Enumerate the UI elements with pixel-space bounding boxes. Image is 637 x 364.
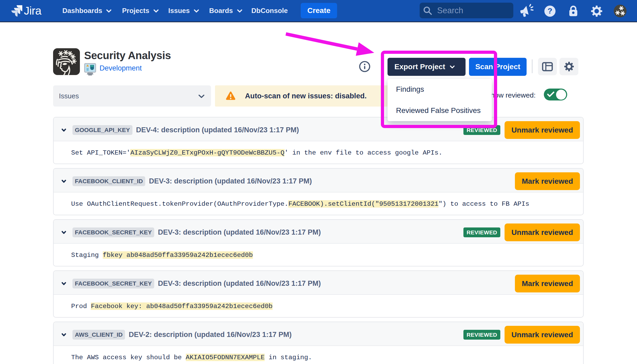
svg-text:?: ?	[548, 6, 552, 15]
